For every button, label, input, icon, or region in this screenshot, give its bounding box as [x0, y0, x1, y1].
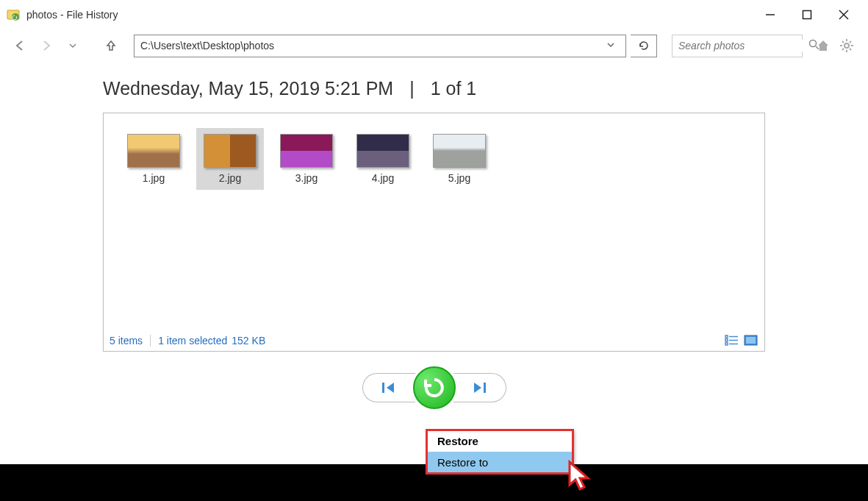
thumbnail-image [356, 134, 409, 168]
snapshot-count: 1 of 1 [431, 78, 477, 99]
window-icon [6, 7, 21, 22]
context-menu: Restore Restore to [426, 430, 573, 474]
svg-point-8 [844, 43, 849, 48]
refresh-button[interactable] [631, 35, 657, 57]
menu-item-restore-to[interactable]: Restore to [427, 452, 573, 473]
status-separator [150, 335, 151, 347]
file-name: 1.jpg [143, 172, 165, 184]
file-item-3[interactable]: 3.jpg [273, 128, 340, 190]
file-area: 1.jpg2.jpg3.jpg4.jpg5.jpg 5 items 1 item… [103, 113, 765, 352]
address-bar[interactable]: C:\Users\text\Desktop\photos [134, 35, 626, 57]
file-item-4[interactable]: 4.jpg [349, 128, 417, 190]
status-item-count: 5 items [110, 335, 143, 347]
svg-line-14 [850, 49, 851, 50]
file-name: 4.jpg [372, 172, 394, 184]
file-item-2[interactable]: 2.jpg [196, 128, 264, 190]
previous-version-button[interactable] [362, 373, 415, 402]
search-box[interactable] [672, 35, 803, 57]
forward-button[interactable] [35, 35, 57, 57]
history-dropdown-button[interactable] [62, 35, 84, 57]
status-size: 152 KB [232, 335, 265, 347]
svg-rect-17 [725, 335, 728, 338]
details-view-icon[interactable] [725, 335, 739, 347]
svg-line-13 [842, 41, 844, 43]
svg-line-16 [842, 49, 844, 50]
svg-rect-18 [725, 339, 728, 341]
close-button[interactable] [825, 1, 862, 28]
file-name: 2.jpg [219, 172, 241, 184]
minimize-button[interactable] [752, 1, 789, 28]
maximize-button[interactable] [789, 1, 825, 28]
address-dropdown-icon[interactable] [602, 40, 620, 51]
path-text: C:\Users\text\Desktop\photos [140, 40, 602, 51]
status-bar: 5 items 1 item selected 152 KB [110, 335, 758, 347]
menu-item-restore[interactable]: Restore [427, 430, 573, 452]
file-name: 3.jpg [295, 172, 318, 184]
file-item-5[interactable]: 5.jpg [426, 128, 493, 190]
window-controls [752, 1, 862, 28]
header-separator: | [409, 78, 415, 99]
home-icon[interactable] [814, 37, 832, 54]
restore-button[interactable] [413, 366, 456, 409]
toolbar: C:\Users\text\Desktop\photos [0, 29, 868, 62]
snapshot-date: Wednesday, May 15, 2019 5:21 PM [103, 78, 393, 99]
bottom-controls [0, 366, 868, 409]
thumbnail-image [127, 134, 180, 168]
search-input[interactable] [678, 40, 808, 51]
thumbnails-view-icon[interactable] [744, 335, 758, 347]
status-selection: 1 item selected [158, 335, 227, 347]
svg-rect-19 [725, 343, 728, 345]
titlebar: photos - File History [0, 0, 868, 29]
history-header: Wednesday, May 15, 2019 5:21 PM | 1 of 1 [0, 62, 868, 113]
thumbnail-image [280, 134, 333, 168]
file-item-1[interactable]: 1.jpg [120, 128, 187, 190]
thumbnail-image [433, 134, 486, 168]
window-title: photos - File History [26, 9, 752, 21]
gear-icon[interactable] [838, 37, 856, 54]
svg-line-15 [850, 41, 851, 43]
up-button[interactable] [100, 35, 122, 57]
back-button[interactable] [9, 35, 31, 57]
thumbnail-list: 1.jpg2.jpg3.jpg4.jpg5.jpg [111, 121, 757, 197]
svg-rect-24 [746, 337, 756, 344]
thumbnail-image [204, 134, 257, 168]
svg-rect-25 [382, 383, 384, 393]
file-name: 5.jpg [448, 172, 470, 184]
svg-rect-26 [484, 383, 486, 393]
next-version-button[interactable] [453, 373, 506, 402]
svg-rect-3 [803, 11, 811, 19]
